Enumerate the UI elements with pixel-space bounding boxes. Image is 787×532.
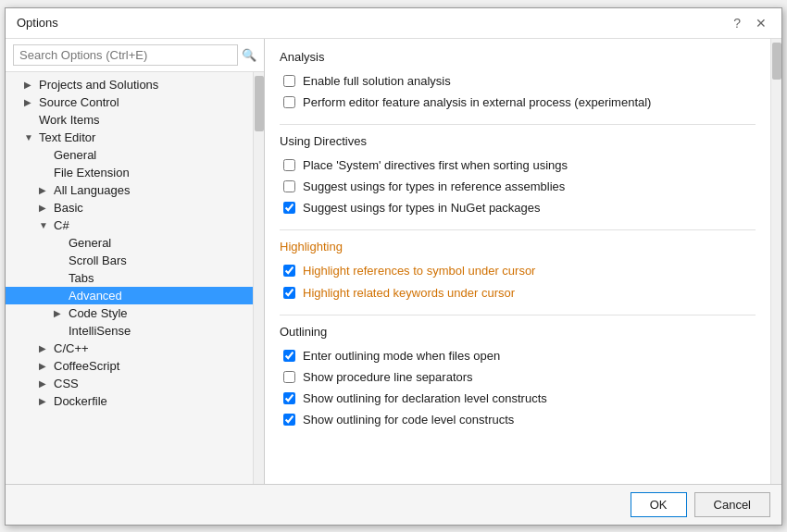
option-label: Place 'System' directives first when sor… xyxy=(303,157,568,174)
full-solution-analysis-checkbox[interactable] xyxy=(283,75,295,87)
expand-arrow xyxy=(24,115,35,125)
expand-arrow xyxy=(39,150,50,160)
sidebar-item-label: All Languages xyxy=(54,183,130,197)
expand-arrow xyxy=(39,167,50,178)
analysis-section: Analysis Enable full solution analysis P… xyxy=(280,50,756,111)
option-label: Suggest usings for types in reference as… xyxy=(303,179,565,195)
sidebar-item-source-control[interactable]: ▶ Source Control xyxy=(6,93,253,111)
option-label: Suggest usings for types in NuGet packag… xyxy=(303,200,541,217)
sidebar-scroll-wrapper: ▶ Projects and Solutions ▶ Source Contro… xyxy=(6,72,264,484)
expand-arrow xyxy=(54,238,65,248)
sidebar-item-csharp[interactable]: ▼ C# xyxy=(6,217,253,234)
option-label: Highlight references to symbol under cur… xyxy=(303,263,535,279)
sidebar-item-general[interactable]: General xyxy=(6,146,253,164)
nuget-packages-checkbox[interactable] xyxy=(283,202,295,214)
title-bar: Options ? ✕ xyxy=(6,8,781,39)
highlighting-section: Highlighting Highlight references to sym… xyxy=(280,240,756,301)
sidebar-item-intellisense[interactable]: IntelliSense xyxy=(6,322,253,340)
help-button[interactable]: ? xyxy=(730,16,744,31)
option-label: Show procedure line separators xyxy=(303,369,473,386)
sidebar-item-css[interactable]: ▶ CSS xyxy=(6,375,253,392)
sidebar-item-label: C# xyxy=(54,218,69,232)
system-directives-checkbox[interactable] xyxy=(283,159,295,171)
sidebar-item-label: General xyxy=(54,148,96,162)
option-row: Show outlining for declaration level con… xyxy=(280,390,756,407)
using-directives-section: Using Directives Place 'System' directiv… xyxy=(280,134,756,217)
sidebar-item-coffeescript[interactable]: ▶ CoffeeScript xyxy=(6,357,253,375)
sidebar-item-label: Tabs xyxy=(69,271,94,285)
sidebar-item-work-items[interactable]: Work Items xyxy=(6,111,253,129)
main-scrollbar-track xyxy=(770,39,781,484)
dialog-footer: OK Cancel xyxy=(6,484,781,525)
sidebar-item-label: Advanced xyxy=(69,289,122,303)
sidebar-item-text-editor[interactable]: ▼ Text Editor xyxy=(6,129,253,146)
reference-assemblies-checkbox[interactable] xyxy=(283,180,295,192)
sidebar-scrollbar-track xyxy=(253,72,264,484)
sidebar-item-tabs[interactable]: Tabs xyxy=(6,269,253,287)
expand-arrow: ▶ xyxy=(24,80,35,90)
title-bar-buttons: ? ✕ xyxy=(730,16,770,31)
expand-arrow: ▶ xyxy=(39,396,50,406)
expand-arrow xyxy=(54,255,65,266)
option-row: Enter outlining mode when files open xyxy=(280,348,756,365)
sidebar-item-label: Projects and Solutions xyxy=(39,78,158,92)
option-row: Perform editor feature analysis in exter… xyxy=(280,94,756,111)
option-label: Enable full solution analysis xyxy=(303,73,451,90)
sidebar-item-label: Basic xyxy=(54,201,83,215)
procedure-separators-checkbox[interactable] xyxy=(283,371,295,383)
expand-arrow xyxy=(54,291,65,301)
enter-outlining-checkbox[interactable] xyxy=(283,350,295,362)
sidebar-item-cpp[interactable]: ▶ C/C++ xyxy=(6,340,253,357)
cancel-button[interactable]: Cancel xyxy=(694,492,770,517)
main-scrollbar-thumb[interactable] xyxy=(772,43,781,80)
sidebar-item-csharp-general[interactable]: General xyxy=(6,234,253,252)
editor-feature-analysis-checkbox[interactable] xyxy=(283,96,295,108)
search-input[interactable] xyxy=(13,44,238,66)
sidebar-item-projects-solutions[interactable]: ▶ Projects and Solutions xyxy=(6,76,253,93)
highlight-keywords-checkbox[interactable] xyxy=(283,287,295,299)
sidebar-item-label: Text Editor xyxy=(39,130,95,144)
highlight-references-checkbox[interactable] xyxy=(283,265,295,277)
option-label: Enter outlining mode when files open xyxy=(303,348,500,365)
expand-arrow: ▶ xyxy=(39,185,50,195)
sidebar-item-scroll-bars[interactable]: Scroll Bars xyxy=(6,252,253,269)
close-button[interactable]: ✕ xyxy=(752,16,770,31)
option-row: Show outlining for code level constructs xyxy=(280,412,756,428)
options-dialog: Options ? ✕ 🔍 ▶ Projects and Solutions xyxy=(5,7,782,526)
option-row: Enable full solution analysis xyxy=(280,73,756,90)
expand-arrow: ▶ xyxy=(39,343,50,353)
sidebar-item-label: C/C++ xyxy=(54,341,89,355)
sidebar-item-dockerfile[interactable]: ▶ Dockerfile xyxy=(6,392,253,410)
sidebar-item-all-languages[interactable]: ▶ All Languages xyxy=(6,181,253,199)
sidebar-scrollbar-thumb[interactable] xyxy=(255,76,264,131)
sidebar-item-label: File Extension xyxy=(54,166,130,179)
sidebar-item-code-style[interactable]: ▶ Code Style xyxy=(6,304,253,322)
option-row: Suggest usings for types in reference as… xyxy=(280,179,756,195)
search-box: 🔍 xyxy=(6,39,264,72)
using-directives-section-title: Using Directives xyxy=(280,134,756,150)
expand-arrow: ▶ xyxy=(39,361,50,371)
dialog-content: 🔍 ▶ Projects and Solutions ▶ Source Cont… xyxy=(6,39,781,484)
expand-arrow: ▶ xyxy=(24,97,35,107)
code-outlining-checkbox[interactable] xyxy=(283,414,295,426)
sidebar-item-label: Source Control xyxy=(39,95,119,109)
sidebar-item-label: Scroll Bars xyxy=(69,254,127,267)
main-content: Analysis Enable full solution analysis P… xyxy=(265,39,770,484)
main-panel: Analysis Enable full solution analysis P… xyxy=(265,39,781,484)
ok-button[interactable]: OK xyxy=(631,492,687,517)
sidebar-item-label: Work Items xyxy=(39,113,100,127)
expand-arrow: ▼ xyxy=(39,220,50,230)
search-icon: 🔍 xyxy=(242,48,256,62)
sidebar-item-label: IntelliSense xyxy=(69,324,131,338)
option-row: Place 'System' directives first when sor… xyxy=(280,157,756,174)
outlining-section-title: Outlining xyxy=(280,325,756,340)
sidebar-item-file-extension[interactable]: File Extension xyxy=(6,164,253,181)
declaration-outlining-checkbox[interactable] xyxy=(283,392,295,404)
main-scroll-wrapper: Analysis Enable full solution analysis P… xyxy=(265,39,781,484)
sidebar-item-advanced[interactable]: Advanced xyxy=(6,287,253,304)
analysis-section-title: Analysis xyxy=(280,50,756,66)
sidebar-item-label: Dockerfile xyxy=(54,394,107,408)
tree: ▶ Projects and Solutions ▶ Source Contro… xyxy=(6,72,253,484)
sidebar-item-basic[interactable]: ▶ Basic xyxy=(6,199,253,217)
option-row: Show procedure line separators xyxy=(280,369,756,386)
